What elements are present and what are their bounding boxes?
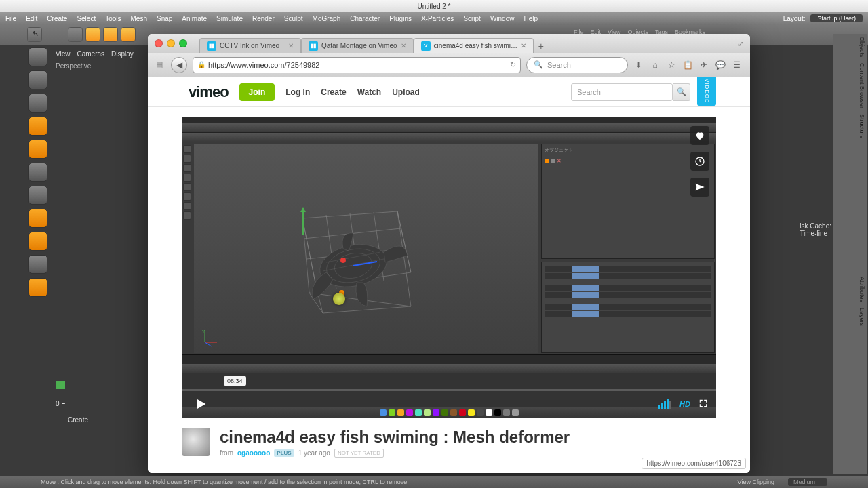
close-tab-icon[interactable]: ✕	[401, 42, 406, 49]
menu-mesh[interactable]: Mesh	[131, 15, 147, 22]
tool-edit-icon[interactable]	[28, 47, 47, 66]
layout-dropdown[interactable]: Startup (User)	[810, 14, 863, 22]
browser-tabs: ▮▮ CCTV Ink on Vimeo ✕ ▮▮ Qatar Montage …	[199, 34, 549, 53]
tool-point-icon[interactable]	[28, 70, 47, 89]
tool-poly-icon[interactable]	[28, 163, 47, 182]
create-label[interactable]: Create	[68, 416, 88, 424]
join-button[interactable]: Join	[239, 83, 275, 101]
close-tab-icon[interactable]: ✕	[521, 42, 526, 49]
tab-fish[interactable]: V cinema4d easy fish swimi… ✕	[414, 38, 534, 53]
video-metadata: cinema4d easy fish swiming : Mesh deform…	[182, 428, 716, 458]
fullscreen-icon[interactable]	[698, 399, 708, 409]
share-icon[interactable]	[690, 178, 709, 197]
menu-xparticles[interactable]: X-Particles	[421, 15, 454, 22]
tool-edge-icon[interactable]	[28, 94, 47, 113]
menu-select[interactable]: Select	[77, 15, 96, 22]
tab-cctv[interactable]: ▮▮ CCTV Ink on Vimeo ✕	[199, 38, 301, 53]
tool-cube-icon[interactable]	[28, 117, 47, 136]
menu-help[interactable]: Help	[524, 15, 538, 22]
tool-spline-icon[interactable]	[28, 140, 47, 159]
view-clipping-label[interactable]: View Clipping	[738, 479, 774, 485]
nav-upload[interactable]: Upload	[392, 87, 420, 97]
menu-plugins[interactable]: Plugins	[389, 15, 412, 22]
chat-icon[interactable]: 💬	[715, 60, 726, 70]
video-player[interactable]: Y オブジェクト ✕	[182, 117, 716, 418]
tab-attributes[interactable]: Attributes	[834, 277, 865, 302]
menu-simulate[interactable]: Simulate	[216, 15, 243, 22]
vp-display[interactable]: Display	[111, 50, 134, 58]
search-box[interactable]: 🔍 Search	[526, 57, 628, 73]
tool-model-icon[interactable]	[28, 186, 47, 205]
volume-icon[interactable]	[658, 399, 671, 409]
tab-layers[interactable]: Layers	[834, 308, 865, 326]
author-link[interactable]: ogaooooo	[237, 449, 270, 457]
menu-window[interactable]: Window	[490, 15, 515, 22]
close-tab-icon[interactable]: ✕	[288, 42, 294, 49]
move-tool[interactable]	[85, 27, 100, 42]
menu-snap[interactable]: Snap	[157, 15, 172, 22]
nav-create[interactable]: Create	[321, 87, 346, 97]
videos-side-tab[interactable]: VIDEOS	[697, 77, 716, 106]
undo-icon[interactable]	[27, 27, 42, 42]
cursor-marker	[333, 293, 345, 305]
back-button[interactable]: ◀	[171, 57, 187, 73]
menu-mograph[interactable]: MoGraph	[313, 15, 341, 22]
star-icon[interactable]: ☆	[666, 60, 677, 70]
document-title: Untitled 2 *	[0, 3, 868, 10]
rotate-tool[interactable]	[121, 27, 136, 42]
address-bar[interactable]: 🔒 https://www.vimeo.com/72549982 ↻	[193, 57, 521, 73]
tab-qatar[interactable]: ▮▮ Qatar Montage on Vimeo ✕	[301, 38, 414, 53]
reload-icon[interactable]: ↻	[510, 60, 516, 69]
video-frame: Y オブジェクト ✕	[182, 117, 716, 418]
play-button[interactable]	[190, 393, 212, 415]
clipping-dropdown[interactable]: Medium	[788, 478, 827, 486]
home-icon[interactable]: ⌂	[650, 60, 660, 70]
menu-render[interactable]: Render	[252, 15, 275, 22]
expand-icon[interactable]: ⤢	[738, 40, 743, 47]
vimeo-search-input[interactable]: Search	[571, 83, 673, 101]
from-label: from	[220, 449, 233, 457]
like-icon[interactable]	[690, 126, 709, 145]
sidebar-icon[interactable]: ▤	[156, 60, 165, 69]
nav-login[interactable]: Log In	[285, 87, 310, 97]
nav-watch[interactable]: Watch	[357, 87, 382, 97]
menu-tools[interactable]: Tools	[105, 15, 121, 22]
tab-objects[interactable]: Objects	[834, 37, 865, 58]
close-icon[interactable]	[155, 39, 163, 47]
downloads-icon[interactable]: ⬇	[633, 60, 644, 70]
menu-animate[interactable]: Animate	[182, 15, 207, 22]
minimize-icon[interactable]	[167, 39, 175, 47]
zoom-icon[interactable]	[179, 39, 187, 47]
tool-l-icon[interactable]	[28, 209, 47, 228]
tool-texture-icon[interactable]	[28, 255, 47, 274]
disk-cache-label: isk Cache: Time-line	[800, 222, 831, 237]
page-content: vimeo Join Log In Create Watch Upload Se…	[148, 77, 750, 473]
avatar[interactable]	[182, 428, 210, 456]
tool-workplane-icon[interactable]	[28, 278, 47, 297]
menu-script[interactable]: Script	[463, 15, 481, 22]
menu-sculpt[interactable]: Sculpt	[284, 15, 303, 22]
gizmo-y-axis	[302, 208, 304, 235]
vp-view[interactable]: View	[56, 50, 71, 58]
menu-icon[interactable]: ☰	[731, 60, 742, 70]
browser-titlebar[interactable]: ▮▮ CCTV Ink on Vimeo ✕ ▮▮ Qatar Montage …	[148, 34, 750, 53]
menu-create[interactable]: Create	[47, 15, 67, 22]
menu-edit[interactable]: Edit	[26, 15, 37, 22]
send-icon[interactable]: ✈	[698, 60, 709, 70]
watch-later-icon[interactable]	[690, 152, 709, 171]
viewport-label: Perspective	[56, 62, 91, 70]
scale-tool[interactable]	[103, 27, 118, 42]
menu-character[interactable]: Character	[350, 15, 380, 22]
vp-cameras[interactable]: Cameras	[77, 50, 105, 58]
tool-rotate-icon[interactable]	[28, 232, 47, 251]
hd-badge[interactable]: HD	[679, 400, 690, 408]
clipboard-icon[interactable]: 📋	[682, 60, 693, 70]
tab-structure[interactable]: Structure	[834, 114, 865, 139]
select-tool[interactable]	[68, 27, 83, 42]
vimeo-logo[interactable]: vimeo	[189, 83, 229, 101]
menu-file[interactable]: File	[5, 15, 16, 22]
tab-content-browser[interactable]: Content Browser	[834, 63, 865, 108]
new-tab-button[interactable]: +	[534, 39, 549, 53]
viewport-menu: View Cameras Display	[56, 50, 134, 58]
search-button[interactable]: 🔍	[673, 83, 690, 101]
